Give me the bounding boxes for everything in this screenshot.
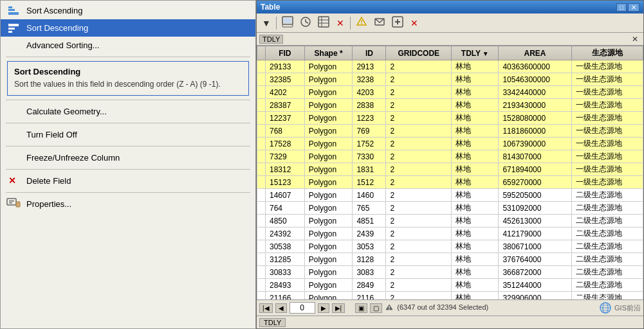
minimize-button[interactable]: □: [616, 3, 627, 12]
cell-id: 3238: [353, 73, 386, 86]
toolbar-dropdown-btn[interactable]: ▼: [259, 17, 273, 30]
toolbar-btn-x2[interactable]: ✕: [407, 17, 421, 30]
cell-fid: 4850: [266, 215, 305, 227]
toolbar-btn-1[interactable]: [279, 15, 296, 31]
menu-item-advanced-sort[interactable]: Advanced Sorting...: [1, 37, 255, 54]
cell-id: 1223: [353, 112, 386, 125]
cell-shape: Polygon: [304, 73, 353, 86]
cell-fid: 18312: [266, 163, 305, 176]
cell-gridcode: 2: [386, 240, 452, 253]
nav-last-btn[interactable]: ▶|: [332, 303, 345, 313]
cell-shengtai: 二级生态源地: [571, 189, 643, 202]
cell-tdly: 林地: [452, 215, 499, 227]
delete-field-label: Delete Field: [26, 176, 71, 186]
show-all-btn[interactable]: ▢: [370, 303, 382, 313]
menu-item-turn-field-off[interactable]: Turn Field Off: [1, 126, 255, 143]
menu-item-freeze-unfreeze[interactable]: Freeze/Unfreeze Column: [1, 149, 255, 166]
cell-tdly: 林地: [452, 99, 499, 112]
tooltip-box: Sort Descending Sort the values in this …: [7, 61, 249, 96]
menu-item-properties[interactable]: Properties...: [1, 195, 255, 213]
menu-item-calculate-geometry[interactable]: Calculate Geometry...: [1, 103, 255, 120]
row-indicator: [257, 125, 266, 138]
cell-shape: Polygon: [304, 253, 353, 266]
col-header-shape[interactable]: Shape *: [304, 46, 353, 60]
cell-fid: 24392: [266, 227, 305, 240]
bottom-tab-tdly[interactable]: TDLY: [259, 318, 286, 327]
table-row: 32385Polygon32382林地10546300000一级生态源地: [257, 73, 643, 86]
nav-next-btn[interactable]: ▶: [318, 303, 329, 313]
toolbar-delete-btn[interactable]: ✕: [333, 17, 347, 30]
col-header-area[interactable]: AREA: [499, 46, 571, 60]
nav-prev-btn[interactable]: ◀: [275, 303, 287, 313]
row-indicator: [257, 60, 266, 73]
nav-first-btn[interactable]: |◀: [259, 303, 273, 313]
row-indicator: [257, 202, 266, 215]
cell-id: 2116: [353, 292, 386, 300]
cell-tdly: 林地: [452, 279, 499, 292]
cell-shengtai: 一级生态源地: [571, 60, 643, 73]
record-number-input[interactable]: [290, 302, 315, 314]
col-header-tdly[interactable]: TDLY: [452, 46, 499, 60]
field-close-btn[interactable]: ✕: [629, 35, 641, 44]
freeze-unfreeze-label: Freeze/Unfreeze Column: [26, 153, 120, 163]
table-row: 29133Polygon29132林地40363600000一级生态源地: [257, 60, 643, 73]
row-indicator: [257, 215, 266, 227]
row-indicator: [257, 99, 266, 112]
toolbar-btn-6[interactable]: [371, 15, 388, 31]
cell-fid: 12237: [266, 112, 305, 125]
table-row: 4850Polygon48512林地452613000二级生态源地: [257, 215, 643, 227]
table-row: 768Polygon7692林地1181860000一级生态源地: [257, 125, 643, 138]
tooltip-desc: Sort the values in this field in descend…: [14, 79, 242, 90]
cell-fid: 17528: [266, 138, 305, 150]
field-tag[interactable]: TDLY: [259, 35, 283, 44]
cell-shengtai: 一级生态源地: [571, 163, 643, 176]
cell-area: 366872000: [499, 266, 571, 279]
cell-shengtai: 二级生态源地: [571, 215, 643, 227]
data-table-container[interactable]: FID Shape * ID GRIDCODE TDLY AREA 生态源地 2…: [257, 46, 643, 299]
cell-tdly: 林地: [452, 266, 499, 279]
svg-rect-2: [8, 6, 12, 8]
table-header-row: FID Shape * ID GRIDCODE TDLY AREA 生态源地: [257, 46, 643, 60]
cell-fid: 31285: [266, 253, 305, 266]
cell-area: 452613000: [499, 215, 571, 227]
svg-rect-6: [7, 199, 16, 205]
menu-item-sort-asc[interactable]: Sort Ascending: [1, 2, 255, 19]
col-header-gridcode[interactable]: GRIDCODE: [386, 46, 452, 60]
row-indicator: [257, 292, 266, 300]
toolbar-btn-3[interactable]: [315, 15, 332, 31]
menu-separator-2: [6, 100, 250, 100]
cell-tdly: 林地: [452, 112, 499, 125]
sort-asc-label: Sort Ascending: [26, 6, 82, 15]
menu-separator-1: [6, 57, 250, 57]
cell-fid: 30833: [266, 266, 305, 279]
menu-item-delete-field[interactable]: ✕ Delete Field: [1, 172, 255, 190]
toolbar-btn-7[interactable]: [389, 15, 406, 31]
cell-gridcode: 2: [386, 163, 452, 176]
context-menu: Sort Ascending Sort Descending Advanced …: [0, 0, 256, 329]
svg-rect-8: [9, 202, 12, 204]
cell-id: 2838: [353, 99, 386, 112]
cell-tdly: 林地: [452, 125, 499, 138]
cell-fid: 4202: [266, 86, 305, 99]
cell-fid: 21166: [266, 292, 305, 300]
cell-tdly: 林地: [452, 86, 499, 99]
cell-shape: Polygon: [304, 266, 353, 279]
menu-item-sort-desc[interactable]: Sort Descending: [1, 19, 255, 37]
show-selected-btn[interactable]: ▣: [355, 303, 367, 313]
sort-desc-icon: [6, 21, 21, 36]
close-button[interactable]: ✕: [628, 3, 639, 12]
cell-gridcode: 2: [386, 253, 452, 266]
table-row: 14607Polygon14602林地595205000二级生态源地: [257, 189, 643, 202]
bottom-tabs: TDLY: [257, 316, 643, 328]
selection-info: (6347 out of 32394 Selected): [385, 303, 488, 312]
col-header-id[interactable]: ID: [353, 46, 386, 60]
col-header-fid[interactable]: FID: [266, 46, 305, 60]
cell-area: 1181860000: [499, 125, 571, 138]
toolbar-btn-2[interactable]: [297, 15, 314, 31]
cell-shengtai: 一级生态源地: [571, 112, 643, 125]
toolbar-btn-5[interactable]: [353, 15, 370, 31]
table-titlebar: Table □ ✕: [257, 1, 643, 13]
cell-id: 1460: [353, 189, 386, 202]
cell-area: 595205000: [499, 189, 571, 202]
col-header-shengtaiyuandi[interactable]: 生态源地: [571, 46, 643, 60]
